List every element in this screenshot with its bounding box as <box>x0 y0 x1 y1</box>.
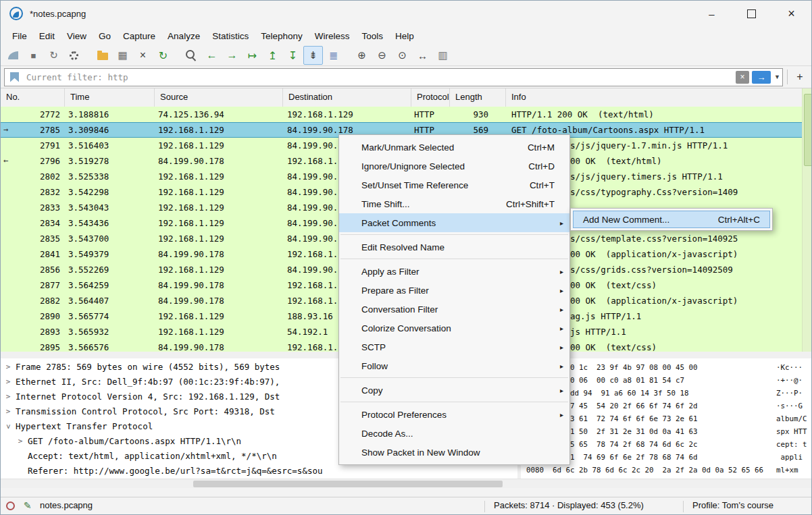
menubar-item-wireless[interactable]: Wireless <box>309 28 356 44</box>
packet-row[interactable]: 27723.18881674.125.136.94192.168.1.129HT… <box>1 107 802 122</box>
zoom-out-button[interactable]: ⊖ <box>372 46 392 65</box>
status-bar: ✎ notes.pcapng Packets: 8714 · Displayed… <box>1 497 811 515</box>
menubar-item-telephony[interactable]: Telephony <box>255 28 309 44</box>
context-menu-item-set-unset-time-reference[interactable]: Set/Unset Time ReferenceCtrl+T <box>339 175 569 194</box>
column-header-destination[interactable]: Destination <box>283 88 411 107</box>
reload-file-button[interactable]: ↻ <box>153 46 173 65</box>
detail-text: Accept: text/html, application/xhtml+xml… <box>28 449 277 464</box>
auto-scroll-button[interactable]: ⇟ <box>303 46 323 65</box>
menubar-item-capture[interactable]: Capture <box>117 28 161 44</box>
save-file-button[interactable]: ▦ <box>113 46 132 65</box>
zoom-out-icon: ⊖ <box>378 49 386 61</box>
expand-chevron-icon[interactable]: > <box>5 375 11 389</box>
expand-chevron-icon[interactable]: > <box>5 360 11 375</box>
cell-info-fragment: ag.js HTTP/1.1 <box>570 308 641 324</box>
expert-info-icon[interactable] <box>6 502 15 510</box>
add-filter-button[interactable]: + <box>792 69 808 85</box>
context-menu-item-conversation-filter[interactable]: Conversation Filter▸ <box>339 300 569 319</box>
find-packet-button[interactable] <box>182 46 201 65</box>
expand-chevron-icon[interactable]: > <box>17 434 24 449</box>
close-file-button[interactable]: × <box>133 46 153 65</box>
filter-clear-button[interactable]: × <box>736 71 749 84</box>
go-to-packet-button[interactable]: ↦ <box>243 46 262 65</box>
column-header-no[interactable]: No. <box>1 88 65 107</box>
context-menu-item-ignore-unignore-selected[interactable]: Ignore/Unignore SelectedCtrl+D <box>339 157 569 175</box>
menubar-item-analyze[interactable]: Analyze <box>161 28 206 44</box>
context-menu-item-sctp[interactable]: SCTP▸ <box>339 337 569 356</box>
menu-bar: FileEditViewGoCaptureAnalyzeStatisticsTe… <box>1 26 420 45</box>
window-title: *notes.pcapng <box>30 9 86 19</box>
cell-time: 3.516403 <box>68 138 109 153</box>
collapse-chevron-icon[interactable]: > <box>1 423 16 430</box>
context-menu-item-decode-as[interactable]: Decode As... <box>339 424 569 443</box>
detail-line[interactable]: Referer: http://www.google.be/url?sa=t&r… <box>1 464 517 479</box>
context-menu-item-mark-unmark-selected[interactable]: Mark/Unmark SelectedCtrl+M <box>339 138 569 157</box>
cell-source: 192.168.1.129 <box>158 215 224 231</box>
cell-time: 3.565774 <box>68 308 109 324</box>
horizontal-scrollbar[interactable] <box>1 479 812 488</box>
filter-dropdown-button[interactable]: ▼ <box>772 74 782 80</box>
menu-item-shortcut: Ctrl+T <box>530 180 555 190</box>
hex-offset-and-bytes: 0080 6d 6c 2b 78 6d 6c 2c 20 2a 2f 2a 0d… <box>526 464 763 477</box>
go-first-packet-button[interactable]: ↥ <box>263 46 282 65</box>
context-menu-item-follow[interactable]: Follow▸ <box>339 356 569 375</box>
context-menu-item-copy[interactable]: Copy▸ <box>339 381 569 400</box>
menubar-item-edit[interactable]: Edit <box>33 28 61 44</box>
context-menu-item-prepare-as-filter[interactable]: Prepare as Filter▸ <box>339 281 569 300</box>
menubar-item-file[interactable]: File <box>6 28 33 44</box>
go-back-button[interactable]: ← <box>202 46 222 65</box>
menubar-item-tools[interactable]: Tools <box>355 28 389 44</box>
maximize-button[interactable] <box>732 1 771 26</box>
context-menu-item-protocol-preferences[interactable]: Protocol Preferences▸ <box>339 405 569 424</box>
context-menu-item-show-packet-in-new-window[interactable]: Show Packet in New Window <box>339 443 569 462</box>
context-menu-item-edit-resolved-name[interactable]: Edit Resolved Name <box>339 238 569 256</box>
column-header-length[interactable]: Length <box>450 88 506 107</box>
open-file-button[interactable] <box>93 46 112 65</box>
scrollbar-thumb[interactable] <box>804 94 812 166</box>
cell-no: 2882 <box>1 293 60 308</box>
layout-panes-button[interactable]: ▥ <box>433 46 453 65</box>
close-button[interactable]: × <box>771 1 811 26</box>
cell-source: 192.168.1.129 <box>158 169 224 184</box>
wireshark-logo-icon <box>9 7 23 20</box>
menu-item-add-new-comment[interactable]: Add New Comment... Ctrl+Alt+C <box>573 211 770 228</box>
zoom-original-button[interactable]: ⊙ <box>392 46 412 65</box>
menubar-item-go[interactable]: Go <box>93 28 117 44</box>
menu-item-label: Packet Comments <box>361 218 564 228</box>
context-menu-item-apply-as-filter[interactable]: Apply as Filter▸ <box>339 262 569 281</box>
column-header-time[interactable]: Time <box>65 88 155 107</box>
hex-row[interactable]: 0080 6d 6c 2b 78 6d 6c 2c 20 2a 2f 2a 0d… <box>521 464 812 477</box>
main-toolbar: ■↻▦×↻←→↦↥↧⇟≣⊕⊖⊙↔▥ <box>1 45 811 66</box>
filter-bookmark-icon[interactable] <box>10 72 19 82</box>
colorize-packets-button[interactable]: ≣ <box>324 46 343 65</box>
menu-item-label: Ignore/Unignore Selected <box>361 161 528 171</box>
menubar-item-statistics[interactable]: Statistics <box>206 28 255 44</box>
column-header-source[interactable]: Source <box>155 88 283 107</box>
filter-apply-button[interactable]: → <box>752 71 771 84</box>
status-profile[interactable]: Profile: Tom's course <box>692 500 773 510</box>
packet-list-scrollbar[interactable] <box>802 88 812 352</box>
context-menu-item-time-shift[interactable]: Time Shift...Ctrl+Shift+T <box>339 194 569 213</box>
start-capture-button[interactable] <box>3 46 23 65</box>
stop-capture-button[interactable]: ■ <box>24 46 43 65</box>
context-menu-item-packet-comments[interactable]: Packet Comments▸ <box>339 213 569 232</box>
capture-options-button[interactable] <box>64 46 84 65</box>
menubar-item-view[interactable]: View <box>61 28 93 44</box>
detail-text: Hypertext Transfer Protocol <box>16 419 153 434</box>
go-forward-button[interactable]: → <box>222 46 242 65</box>
resize-columns-button[interactable]: ↔ <box>413 46 432 65</box>
zoom-in-button[interactable]: ⊕ <box>352 46 372 65</box>
horizontal-scrollbar-thumb[interactable] <box>193 481 503 487</box>
cell-time: 3.543436 <box>68 215 109 231</box>
expand-chevron-icon[interactable]: > <box>5 389 11 404</box>
restart-capture-button[interactable]: ↻ <box>44 46 64 65</box>
minimize-button[interactable]: – <box>692 1 732 26</box>
go-last-packet-button[interactable]: ↧ <box>283 46 303 65</box>
expand-chevron-icon[interactable]: > <box>5 404 11 419</box>
display-filter-input[interactable] <box>25 72 736 83</box>
menubar-item-help[interactable]: Help <box>389 28 420 44</box>
column-header-info[interactable]: Info <box>506 88 802 107</box>
capture-comment-icon[interactable]: ✎ <box>24 500 32 511</box>
column-header-protocol[interactable]: Protocol <box>411 88 450 107</box>
context-menu-item-colorize-conversation[interactable]: Colorize Conversation▸ <box>339 319 569 337</box>
